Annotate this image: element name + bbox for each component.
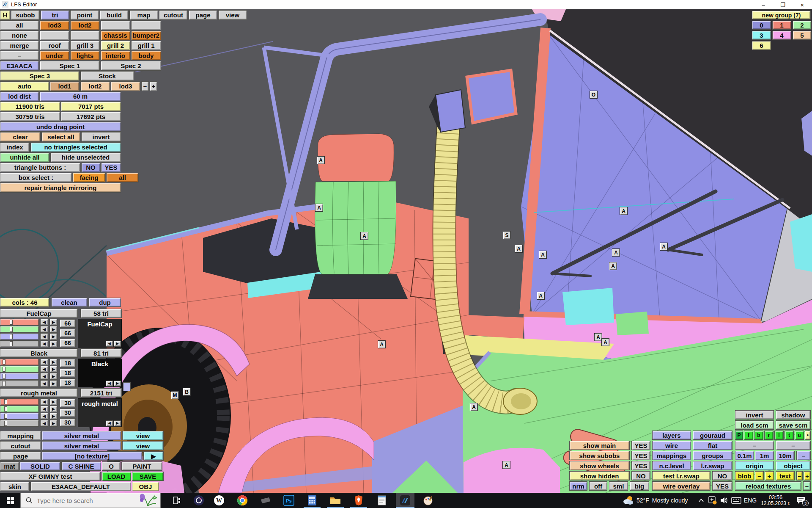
blob-plus-button[interactable]: + <box>765 471 774 480</box>
undo-drag-point-button[interactable]: undo drag point <box>0 122 121 132</box>
arrow-right-icon[interactable]: ▶ <box>49 333 58 340</box>
color-name[interactable]: FuelCap <box>0 309 78 318</box>
arrow-right-icon[interactable]: ▶ <box>49 366 58 373</box>
interio-button[interactable]: interio <box>101 51 130 61</box>
text-minus-button[interactable]: – <box>796 471 803 480</box>
gouraud-button[interactable]: gouraud <box>693 431 732 440</box>
green-value[interactable]: 18 <box>60 369 76 377</box>
tray-chevron-icon[interactable] <box>695 493 707 508</box>
arrow-left-icon[interactable]: ◀ <box>106 341 113 347</box>
lod3-button[interactable]: lod3 <box>40 20 69 30</box>
box-select-facing[interactable]: facing <box>73 173 105 182</box>
grid-10m-button[interactable]: 10m <box>776 451 795 460</box>
tray-weather[interactable]: 52°F Mostly cloudy <box>623 493 688 508</box>
shadow-button[interactable]: shadow <box>776 410 811 420</box>
clock[interactable]: 03:56 12.05.2023 г. <box>760 494 792 507</box>
mesh-marker-A[interactable]: A <box>612 248 620 257</box>
brightness-slider[interactable] <box>0 380 39 387</box>
grill2-button[interactable]: grill 2 <box>101 41 130 50</box>
tab-build[interactable]: build <box>100 10 129 20</box>
model-name[interactable]: XF GIMNY test <box>0 472 101 481</box>
arrow-left-icon[interactable]: ◀ <box>40 333 48 340</box>
group-5-button[interactable]: 5 <box>793 31 812 40</box>
arrow-right-icon[interactable]: ▶ <box>114 341 121 347</box>
cutout-value[interactable]: silver metal <box>42 441 121 450</box>
invert-button[interactable]: invert <box>735 410 774 420</box>
search-input[interactable] <box>36 497 135 505</box>
widget-icon[interactable] <box>256 493 275 508</box>
arrow-left-icon[interactable]: ◀ <box>106 381 113 387</box>
blob-minus-button[interactable]: – <box>755 471 764 480</box>
object-button[interactable]: object <box>776 461 811 470</box>
mat-solid-button[interactable]: SOLID <box>20 461 60 471</box>
mapping-label[interactable]: mapping <box>0 431 41 440</box>
lod1-select-button[interactable]: lod1 <box>50 81 80 91</box>
page-next-icon[interactable]: ▶ <box>143 451 164 461</box>
taskbar-search[interactable] <box>20 493 161 508</box>
chrome-icon[interactable] <box>233 493 252 508</box>
tab-subob[interactable]: subob <box>11 10 40 20</box>
brightness-slider[interactable] <box>0 420 39 427</box>
select-all-button[interactable]: select all <box>41 132 80 142</box>
mat-paint-button[interactable]: PAINT <box>121 461 162 471</box>
spec1-button[interactable]: Spec 1 <box>40 61 100 71</box>
wire-button[interactable]: wire <box>652 441 691 450</box>
start-button[interactable] <box>1 493 19 508</box>
mesh-marker-A[interactable]: A <box>609 262 617 270</box>
mesh-marker-A[interactable]: A <box>317 156 325 164</box>
task-view-button[interactable] <box>167 493 186 508</box>
nrm-button[interactable]: nrm <box>569 481 587 491</box>
red-value[interactable]: 66 <box>60 319 76 328</box>
mesh-marker-O[interactable]: O <box>590 91 598 99</box>
none-button[interactable]: none <box>0 30 39 40</box>
arrow-right-icon[interactable]: ▶ <box>49 420 58 427</box>
tab-page[interactable]: page <box>189 10 217 20</box>
minimize-button[interactable]: – <box>754 0 773 9</box>
show-hidden-toggle[interactable]: NO <box>631 471 650 480</box>
wire-overlay-toggle[interactable]: YES <box>712 481 732 491</box>
layer-u-button[interactable]: u <box>795 431 804 440</box>
show-wheels-label[interactable]: show wheels <box>569 461 630 470</box>
show-wheels-toggle[interactable]: YES <box>631 461 650 470</box>
arrow-right-icon[interactable]: ▶ <box>49 319 58 326</box>
skin-label[interactable]: skin <box>0 482 30 491</box>
blank-button[interactable] <box>40 30 69 40</box>
grill1-button[interactable]: grill 1 <box>131 41 161 50</box>
lr-swap-button[interactable]: l.r.swap <box>693 461 732 470</box>
show-main-label[interactable]: show main <box>569 441 630 450</box>
stock-button[interactable]: Stock <box>80 71 134 81</box>
dash-button[interactable]: – <box>796 451 811 460</box>
show-subobs-toggle[interactable]: YES <box>631 451 650 460</box>
red-slider[interactable] <box>0 359 39 365</box>
blue-value[interactable]: 18 <box>60 378 76 387</box>
red-value[interactable]: 30 <box>60 399 76 407</box>
tab-tri[interactable]: tri <box>41 10 69 20</box>
arrow-left-icon[interactable]: ◀ <box>40 319 48 326</box>
dash-button[interactable]: – <box>0 51 39 61</box>
layer-p-button[interactable]: P <box>735 431 743 440</box>
origin-button[interactable]: origin <box>735 461 774 470</box>
mesh-marker-A[interactable]: A <box>360 232 368 240</box>
tab-cutout[interactable]: cutout <box>159 10 188 20</box>
arrow-left-icon[interactable]: ◀ <box>40 420 48 427</box>
nrm-sml-button[interactable]: sml <box>609 481 628 491</box>
show-subobs-label[interactable]: show subobs <box>569 451 630 460</box>
photoshop-icon[interactable]: Ps <box>280 493 298 508</box>
green-slider[interactable] <box>0 406 39 412</box>
mapping-view-button[interactable]: view <box>122 431 164 440</box>
under-button[interactable]: under <box>40 51 69 61</box>
page-value[interactable]: [no texture] <box>42 451 143 461</box>
spec2-button[interactable]: Spec 2 <box>101 61 161 71</box>
touch-keyboard-icon[interactable] <box>729 493 743 508</box>
language-indicator[interactable]: ENG <box>743 493 758 508</box>
wire-overlay-label[interactable]: wire overlay <box>652 481 710 491</box>
arrow-right-icon[interactable]: ▶ <box>49 340 58 347</box>
tab-map[interactable]: map <box>129 10 158 20</box>
cutout-view-button[interactable]: view <box>122 441 164 450</box>
lod3-select-button[interactable]: lod3 <box>111 81 140 91</box>
new-group-button[interactable]: new group (7) <box>752 11 811 19</box>
blank-button[interactable] <box>70 30 100 40</box>
brightness-slider[interactable] <box>0 340 39 347</box>
grid-1m-button[interactable]: 1m <box>755 451 774 460</box>
cutout-label[interactable]: cutout <box>0 441 41 450</box>
